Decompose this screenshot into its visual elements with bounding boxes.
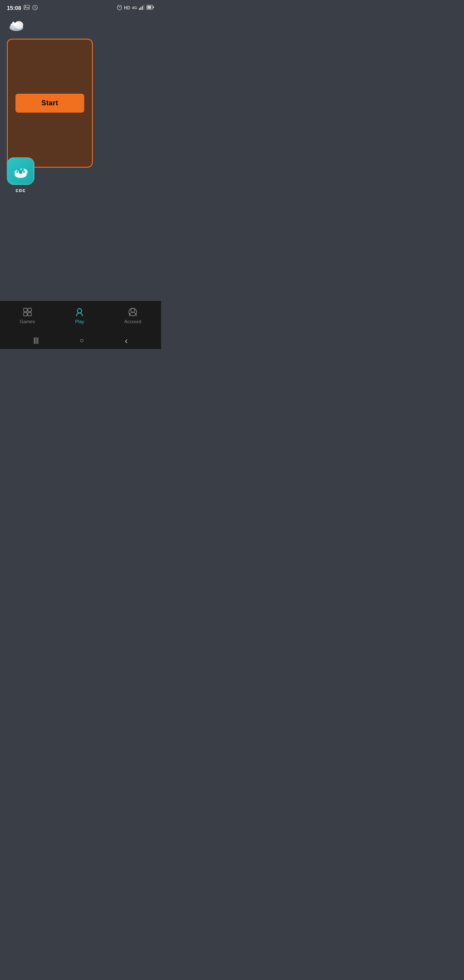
nav-item-games[interactable]: Games [13,304,42,327]
svg-rect-15 [153,6,154,8]
battery-icon [147,5,154,11]
game-icon-container[interactable]: coc [7,157,34,193]
games-label: Games [20,319,35,324]
svg-rect-9 [139,8,140,10]
clock-icon [32,5,38,11]
game-card: Start [7,39,93,168]
play-label: Play [75,319,84,324]
svg-line-4 [35,8,37,9]
signal-icon [139,5,145,11]
svg-rect-12 [143,5,145,10]
games-icon [22,307,33,317]
status-bar: 15:08 HD 4G [0,0,161,14]
start-button[interactable]: Start [15,94,84,113]
svg-point-23 [17,24,19,26]
account-icon [128,307,138,317]
svg-point-21 [16,22,18,24]
image-icon [24,5,30,11]
bottom-nav: Games Play Account [0,301,161,332]
svg-point-30 [16,171,18,173]
status-right: HD 4G [116,4,154,11]
svg-line-8 [120,5,121,6]
nav-item-play[interactable]: Play [67,304,92,327]
svg-point-20 [12,22,15,24]
svg-rect-34 [24,312,27,316]
paw-cloud-logo [7,16,26,32]
svg-rect-32 [24,308,27,312]
svg-point-37 [131,309,135,312]
system-nav-bar: ||| ○ ‹ [0,332,161,349]
svg-point-22 [11,24,13,26]
game-label: coc [15,187,26,193]
svg-rect-0 [24,5,29,9]
svg-rect-33 [28,308,31,312]
svg-line-7 [118,5,119,6]
home-button[interactable]: ○ [80,337,84,344]
svg-point-36 [77,309,82,313]
svg-point-29 [21,168,24,171]
recents-button[interactable]: ||| [34,337,39,344]
nav-item-account[interactable]: Account [117,304,148,327]
game-icon [7,157,34,185]
account-label: Account [124,319,141,324]
svg-rect-14 [147,6,151,9]
main-content: Start coc [0,34,161,301]
status-time: 15:08 [7,5,21,11]
back-button[interactable]: ‹ [125,336,128,346]
svg-point-31 [23,171,25,173]
alarm-icon [116,4,122,11]
svg-rect-11 [142,6,143,10]
svg-point-28 [17,168,20,171]
hd-badge: HD [124,6,130,10]
4g-badge: 4G [132,6,137,10]
svg-rect-35 [28,312,31,316]
app-header [0,14,161,34]
play-icon [74,307,85,317]
svg-rect-10 [140,7,142,10]
status-left: 15:08 [7,5,38,11]
